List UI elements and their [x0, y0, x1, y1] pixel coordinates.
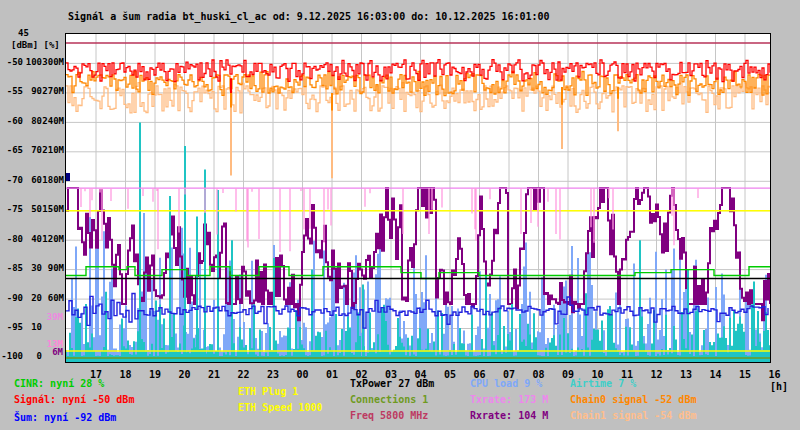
rrd-graph-page: Signál a šum radia bt_huski_cl_ac od: 9.…: [0, 0, 800, 430]
x-axis-hour-label: 21: [203, 369, 225, 380]
y-axis-row: -853090M: [0, 263, 64, 273]
x-axis-hour-label: 22: [233, 369, 255, 380]
y-axis-row: -6080240M: [0, 116, 64, 126]
x-axis-hour-label: 15: [734, 369, 756, 380]
legend-airtime: Airtime 7 %: [570, 378, 636, 389]
marker-start_marker: [66, 173, 70, 181]
chart-canvas: [66, 34, 770, 362]
x-axis-hour-label: 00: [292, 369, 314, 380]
legend-signal: Signál: nyní -50 dBm: [14, 394, 134, 405]
x-axis-unit-label: [h]: [770, 381, 788, 392]
x-axis-hour-label: 05: [439, 369, 461, 380]
y-axis-row: -7550150M: [0, 204, 64, 214]
legend-chain1: Chain1 signal -54 dBm: [570, 410, 696, 421]
x-axis-hour-label: 19: [144, 369, 166, 380]
legend-rxrate: Rxrate: 104 M: [470, 410, 548, 421]
legend-noise: Šum: nyní -92 dBm: [14, 412, 116, 423]
y-axis-row: -5590270M: [0, 86, 64, 96]
y-axis-row: -50100300M: [0, 57, 64, 67]
legend-txrate: Txrate: 173 M: [470, 394, 548, 405]
y-axis-top-value: 45: [18, 28, 29, 38]
y-axis-row: -902060M: [0, 293, 64, 303]
x-axis-hour-label: 16: [764, 369, 786, 380]
y-axis-row: -7060180M: [0, 175, 64, 185]
y-axis-units-label: [dBm] [%]: [11, 40, 60, 50]
y-axis-row: -8040120M: [0, 234, 64, 244]
x-axis-hour-label: 13: [675, 369, 697, 380]
x-axis-hour-label: 01: [321, 369, 343, 380]
page-title: Signál a šum radia bt_huski_cl_ac od: 9.…: [68, 11, 550, 22]
signal-noise-chart: [65, 33, 771, 363]
legend-connections: Connections 1: [350, 394, 428, 405]
y-axis-row: -9510: [0, 322, 64, 332]
rate-marker-label: 39M: [0, 313, 63, 322]
x-axis-hour-label: 20: [174, 369, 196, 380]
legend-cinr: CINR: nyní 28 %: [14, 378, 104, 389]
legend-chain0: Chain0 signal -52 dBm: [570, 394, 696, 405]
legend-txpower: TxPower 27 dBm: [350, 378, 434, 389]
x-axis-hour-label: 14: [705, 369, 727, 380]
legend-freq: Freq 5800 MHz: [350, 410, 428, 421]
legend-eth-plug: ETH Plug 1: [238, 386, 298, 397]
x-axis-hour-label: 23: [262, 369, 284, 380]
y-axis-row: -6570210M: [0, 145, 64, 155]
legend-cpu-load: CPU load 9 %: [470, 378, 542, 389]
legend-eth-speed: ETH Speed 1000: [238, 402, 322, 413]
rate-marker-label: 6M: [0, 348, 63, 357]
x-axis-hour-label: 18: [115, 369, 137, 380]
x-axis-hour-label: 12: [646, 369, 668, 380]
